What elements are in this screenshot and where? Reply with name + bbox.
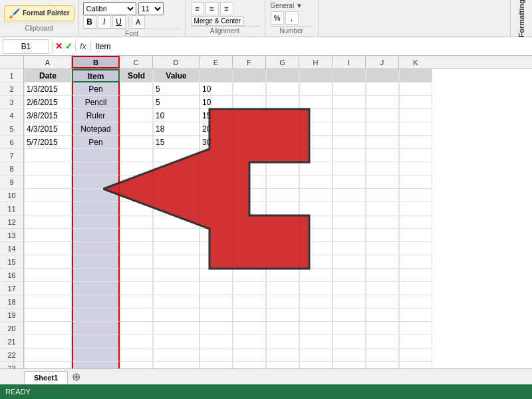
cell[interactable]: [72, 189, 120, 202]
bold-button[interactable]: B: [83, 15, 96, 29]
cell[interactable]: [233, 295, 266, 309]
cell[interactable]: [266, 269, 299, 282]
cell[interactable]: [366, 122, 399, 136]
merge-center-button[interactable]: Merge & Center: [191, 16, 245, 26]
cell[interactable]: [72, 202, 120, 215]
cell[interactable]: [366, 348, 399, 362]
cell[interactable]: [366, 362, 399, 368]
cell[interactable]: [399, 229, 432, 242]
cell[interactable]: [120, 189, 153, 202]
cell[interactable]: [399, 69, 432, 82]
cell[interactable]: [266, 149, 299, 162]
cell[interactable]: [266, 295, 299, 309]
row-number[interactable]: 9: [0, 176, 24, 189]
cell[interactable]: [200, 295, 233, 309]
align-center-button[interactable]: ≡: [205, 2, 219, 15]
cell[interactable]: [200, 348, 233, 362]
cell[interactable]: [233, 149, 266, 162]
cell[interactable]: [24, 322, 72, 335]
cell[interactable]: [120, 295, 153, 309]
cell[interactable]: [153, 282, 200, 295]
cell[interactable]: 20: [200, 122, 233, 136]
cell[interactable]: [233, 242, 266, 255]
cell[interactable]: [399, 176, 432, 189]
cell[interactable]: [299, 189, 332, 202]
cell[interactable]: [233, 96, 266, 109]
cell[interactable]: [299, 362, 332, 368]
row-number[interactable]: 11: [0, 202, 24, 215]
cell[interactable]: [266, 229, 299, 242]
cell[interactable]: [399, 269, 432, 282]
cell[interactable]: [332, 215, 366, 229]
cell[interactable]: [399, 149, 432, 162]
cell[interactable]: [233, 269, 266, 282]
cell[interactable]: [366, 282, 399, 295]
cell[interactable]: [332, 242, 366, 255]
cell[interactable]: Item: [72, 69, 120, 82]
cell[interactable]: Pen: [72, 82, 120, 96]
add-sheet-button[interactable]: ⊕: [68, 370, 84, 383]
cell[interactable]: 30: [200, 136, 233, 149]
format-painter-button[interactable]: 🖌️ Format Painter: [4, 5, 74, 21]
cell[interactable]: 10: [200, 96, 233, 109]
cell[interactable]: [72, 242, 120, 255]
cell[interactable]: [366, 176, 399, 189]
row-number[interactable]: 20: [0, 322, 24, 335]
cell[interactable]: [153, 189, 200, 202]
cell[interactable]: [233, 215, 266, 229]
cell[interactable]: [266, 282, 299, 295]
cell[interactable]: [120, 162, 153, 176]
cell[interactable]: 4/3/2015: [24, 122, 72, 136]
cell[interactable]: [153, 335, 200, 348]
cell[interactable]: [233, 109, 266, 122]
cell[interactable]: [200, 322, 233, 335]
cell[interactable]: [200, 202, 233, 215]
cell[interactable]: [72, 149, 120, 162]
row-number[interactable]: 6: [0, 136, 24, 149]
cell[interactable]: 15: [200, 109, 233, 122]
cell[interactable]: [266, 322, 299, 335]
row-number[interactable]: 19: [0, 309, 24, 322]
cell[interactable]: [266, 202, 299, 215]
cell[interactable]: [366, 335, 399, 348]
cell[interactable]: [72, 215, 120, 229]
cell[interactable]: [366, 82, 399, 96]
cell[interactable]: [72, 176, 120, 189]
cell[interactable]: [332, 122, 366, 136]
cell[interactable]: [266, 136, 299, 149]
cell[interactable]: [266, 255, 299, 269]
cell[interactable]: [24, 335, 72, 348]
cell[interactable]: [366, 309, 399, 322]
cell[interactable]: [233, 162, 266, 176]
cell[interactable]: [120, 269, 153, 282]
cell[interactable]: [120, 215, 153, 229]
cell[interactable]: [120, 149, 153, 162]
cell[interactable]: [332, 282, 366, 295]
cell[interactable]: [332, 229, 366, 242]
cell[interactable]: [120, 136, 153, 149]
cell[interactable]: [366, 109, 399, 122]
cell[interactable]: [120, 255, 153, 269]
cell[interactable]: [72, 269, 120, 282]
confirm-icon[interactable]: ✓: [65, 41, 72, 51]
col-header-b[interactable]: B: [72, 56, 120, 68]
cell[interactable]: [233, 69, 266, 82]
cell[interactable]: [266, 362, 299, 368]
row-number[interactable]: 13: [0, 229, 24, 242]
cell[interactable]: [299, 322, 332, 335]
cell[interactable]: 1/3/2015: [24, 82, 72, 96]
cell[interactable]: [233, 189, 266, 202]
cell[interactable]: [200, 229, 233, 242]
cell[interactable]: [120, 362, 153, 368]
cell[interactable]: [332, 96, 366, 109]
cell[interactable]: [299, 348, 332, 362]
cell[interactable]: [299, 255, 332, 269]
cell[interactable]: [200, 189, 233, 202]
cell[interactable]: [366, 136, 399, 149]
cell[interactable]: [299, 269, 332, 282]
cell[interactable]: [399, 189, 432, 202]
cell[interactable]: [153, 202, 200, 215]
cell[interactable]: [24, 215, 72, 229]
cell[interactable]: [332, 269, 366, 282]
cell[interactable]: Pencil: [72, 96, 120, 109]
